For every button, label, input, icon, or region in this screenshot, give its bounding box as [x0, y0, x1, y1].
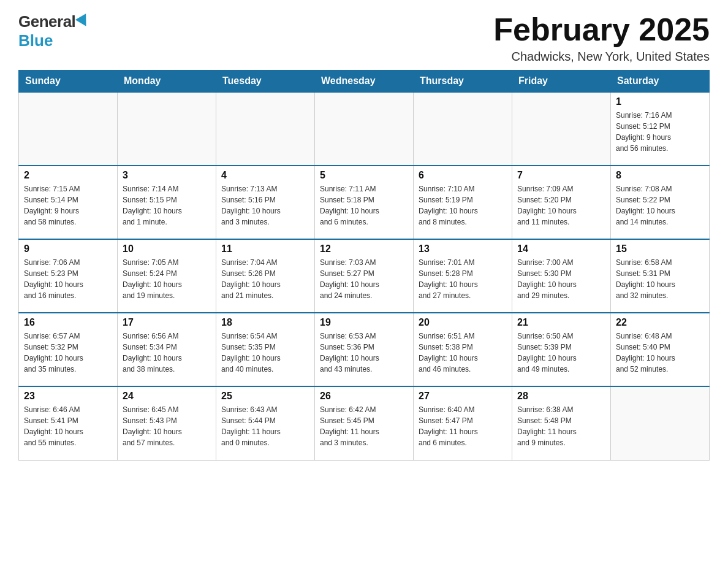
calendar-cell: 19Sunrise: 6:53 AM Sunset: 5:36 PM Dayli…: [315, 313, 414, 386]
calendar-cell: [414, 92, 512, 166]
day-number: 5: [320, 170, 408, 181]
day-info: Sunrise: 6:51 AM Sunset: 5:38 PM Dayligh…: [419, 331, 507, 375]
day-number: 6: [419, 170, 507, 181]
weekday-header-wednesday: Wednesday: [315, 71, 414, 93]
calendar-cell: 28Sunrise: 6:38 AM Sunset: 5:48 PM Dayli…: [512, 386, 611, 460]
weekday-header-sunday: Sunday: [19, 71, 118, 93]
day-info: Sunrise: 7:11 AM Sunset: 5:18 PM Dayligh…: [320, 183, 408, 228]
month-title: February 2025: [493, 12, 710, 47]
calendar-cell: 18Sunrise: 6:54 AM Sunset: 5:35 PM Dayli…: [216, 313, 315, 386]
calendar-cell: 15Sunrise: 6:58 AM Sunset: 5:31 PM Dayli…: [611, 239, 710, 313]
day-info: Sunrise: 7:14 AM Sunset: 5:15 PM Dayligh…: [123, 183, 211, 228]
calendar-cell: [19, 92, 118, 166]
day-info: Sunrise: 7:00 AM Sunset: 5:30 PM Dayligh…: [517, 257, 605, 301]
day-info: Sunrise: 7:09 AM Sunset: 5:20 PM Dayligh…: [517, 183, 605, 228]
weekday-header-saturday: Saturday: [611, 71, 710, 93]
day-number: 2: [24, 170, 112, 181]
day-number: 17: [123, 317, 211, 328]
calendar-cell: [315, 92, 414, 166]
day-info: Sunrise: 6:50 AM Sunset: 5:39 PM Dayligh…: [517, 331, 605, 375]
day-info: Sunrise: 7:13 AM Sunset: 5:16 PM Dayligh…: [221, 183, 309, 228]
day-number: 24: [123, 391, 211, 402]
day-number: 9: [24, 243, 112, 255]
day-number: 18: [221, 317, 309, 328]
day-number: 21: [517, 317, 605, 328]
calendar-cell: [118, 92, 216, 166]
day-info: Sunrise: 6:58 AM Sunset: 5:31 PM Dayligh…: [616, 257, 704, 301]
day-number: 8: [616, 170, 704, 181]
day-info: Sunrise: 6:43 AM Sunset: 5:44 PM Dayligh…: [221, 404, 309, 448]
calendar-cell: [216, 92, 315, 166]
day-number: 12: [320, 243, 408, 255]
calendar-cell: 14Sunrise: 7:00 AM Sunset: 5:30 PM Dayli…: [512, 239, 611, 313]
week-row-2: 9Sunrise: 7:06 AM Sunset: 5:23 PM Daylig…: [19, 239, 710, 313]
day-info: Sunrise: 6:45 AM Sunset: 5:43 PM Dayligh…: [123, 404, 211, 448]
day-number: 19: [320, 317, 408, 328]
day-number: 14: [517, 243, 605, 255]
day-info: Sunrise: 7:04 AM Sunset: 5:26 PM Dayligh…: [221, 257, 309, 301]
day-number: 20: [419, 317, 507, 328]
weekday-header-monday: Monday: [118, 71, 216, 93]
calendar-cell: 21Sunrise: 6:50 AM Sunset: 5:39 PM Dayli…: [512, 313, 611, 386]
day-number: 11: [221, 243, 309, 255]
day-number: 23: [24, 391, 112, 402]
day-info: Sunrise: 7:15 AM Sunset: 5:14 PM Dayligh…: [24, 183, 112, 228]
calendar-cell: 16Sunrise: 6:57 AM Sunset: 5:32 PM Dayli…: [19, 313, 118, 386]
day-number: 25: [221, 391, 309, 402]
day-info: Sunrise: 6:40 AM Sunset: 5:47 PM Dayligh…: [419, 404, 507, 448]
calendar-cell: [611, 386, 710, 460]
calendar-cell: 20Sunrise: 6:51 AM Sunset: 5:38 PM Dayli…: [414, 313, 512, 386]
calendar-cell: 11Sunrise: 7:04 AM Sunset: 5:26 PM Dayli…: [216, 239, 315, 313]
day-number: 13: [419, 243, 507, 255]
week-row-4: 23Sunrise: 6:46 AM Sunset: 5:41 PM Dayli…: [19, 386, 710, 460]
day-number: 15: [616, 243, 704, 255]
day-info: Sunrise: 6:46 AM Sunset: 5:41 PM Dayligh…: [24, 404, 112, 448]
calendar-cell: [512, 92, 611, 166]
day-info: Sunrise: 7:10 AM Sunset: 5:19 PM Dayligh…: [419, 183, 507, 228]
calendar-cell: 25Sunrise: 6:43 AM Sunset: 5:44 PM Dayli…: [216, 386, 315, 460]
calendar-cell: 3Sunrise: 7:14 AM Sunset: 5:15 PM Daylig…: [118, 166, 216, 239]
weekday-header-thursday: Thursday: [414, 71, 512, 93]
day-number: 22: [616, 317, 704, 328]
day-number: 3: [123, 170, 211, 181]
calendar-cell: 22Sunrise: 6:48 AM Sunset: 5:40 PM Dayli…: [611, 313, 710, 386]
weekday-header-tuesday: Tuesday: [216, 71, 315, 93]
calendar-cell: 23Sunrise: 6:46 AM Sunset: 5:41 PM Dayli…: [19, 386, 118, 460]
calendar-cell: 5Sunrise: 7:11 AM Sunset: 5:18 PM Daylig…: [315, 166, 414, 239]
day-number: 7: [517, 170, 605, 181]
calendar-cell: 8Sunrise: 7:08 AM Sunset: 5:22 PM Daylig…: [611, 166, 710, 239]
day-info: Sunrise: 7:03 AM Sunset: 5:27 PM Dayligh…: [320, 257, 408, 301]
week-row-3: 16Sunrise: 6:57 AM Sunset: 5:32 PM Dayli…: [19, 313, 710, 386]
day-info: Sunrise: 6:56 AM Sunset: 5:34 PM Dayligh…: [123, 331, 211, 375]
calendar-cell: 10Sunrise: 7:05 AM Sunset: 5:24 PM Dayli…: [118, 239, 216, 313]
day-number: 16: [24, 317, 112, 328]
calendar-cell: 2Sunrise: 7:15 AM Sunset: 5:14 PM Daylig…: [19, 166, 118, 239]
logo-blue: Blue: [18, 31, 53, 50]
calendar-cell: 12Sunrise: 7:03 AM Sunset: 5:27 PM Dayli…: [315, 239, 414, 313]
calendar-cell: 7Sunrise: 7:09 AM Sunset: 5:20 PM Daylig…: [512, 166, 611, 239]
day-info: Sunrise: 7:05 AM Sunset: 5:24 PM Dayligh…: [123, 257, 211, 301]
calendar-cell: 6Sunrise: 7:10 AM Sunset: 5:19 PM Daylig…: [414, 166, 512, 239]
calendar-cell: 9Sunrise: 7:06 AM Sunset: 5:23 PM Daylig…: [19, 239, 118, 313]
day-info: Sunrise: 6:38 AM Sunset: 5:48 PM Dayligh…: [517, 404, 605, 448]
title-area: February 2025 Chadwicks, New York, Unite…: [493, 12, 710, 64]
calendar-cell: 17Sunrise: 6:56 AM Sunset: 5:34 PM Dayli…: [118, 313, 216, 386]
day-info: Sunrise: 7:08 AM Sunset: 5:22 PM Dayligh…: [616, 183, 704, 228]
calendar-cell: 4Sunrise: 7:13 AM Sunset: 5:16 PM Daylig…: [216, 166, 315, 239]
calendar-cell: 1Sunrise: 7:16 AM Sunset: 5:12 PM Daylig…: [611, 92, 710, 166]
day-info: Sunrise: 6:48 AM Sunset: 5:40 PM Dayligh…: [616, 331, 704, 375]
day-number: 26: [320, 391, 408, 402]
day-info: Sunrise: 7:16 AM Sunset: 5:12 PM Dayligh…: [616, 110, 704, 154]
calendar-cell: 27Sunrise: 6:40 AM Sunset: 5:47 PM Dayli…: [414, 386, 512, 460]
logo: General Blue: [18, 12, 89, 50]
calendar: SundayMondayTuesdayWednesdayThursdayFrid…: [18, 70, 710, 461]
day-info: Sunrise: 7:06 AM Sunset: 5:23 PM Dayligh…: [24, 257, 112, 301]
day-info: Sunrise: 7:01 AM Sunset: 5:28 PM Dayligh…: [419, 257, 507, 301]
calendar-cell: 13Sunrise: 7:01 AM Sunset: 5:28 PM Dayli…: [414, 239, 512, 313]
day-info: Sunrise: 6:54 AM Sunset: 5:35 PM Dayligh…: [221, 331, 309, 375]
location: Chadwicks, New York, United States: [493, 50, 710, 64]
logo-general: General: [18, 12, 75, 31]
day-number: 1: [616, 96, 704, 107]
logo-triangle-icon: [75, 13, 91, 29]
day-number: 27: [419, 391, 507, 402]
